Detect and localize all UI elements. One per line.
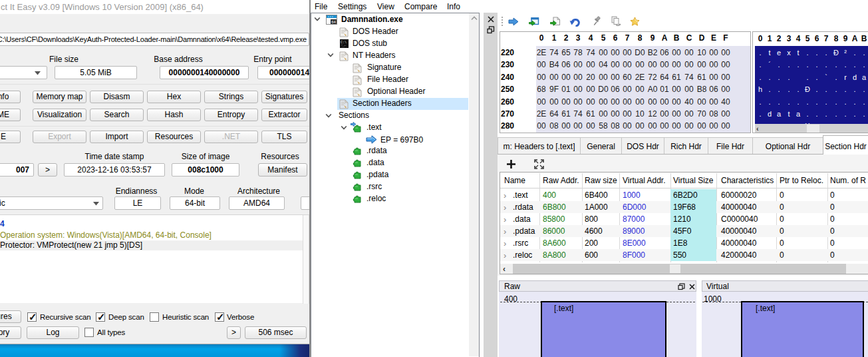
svg-text:C:\: C:\: [341, 41, 347, 45]
svg-text:64: 64: [331, 20, 336, 24]
